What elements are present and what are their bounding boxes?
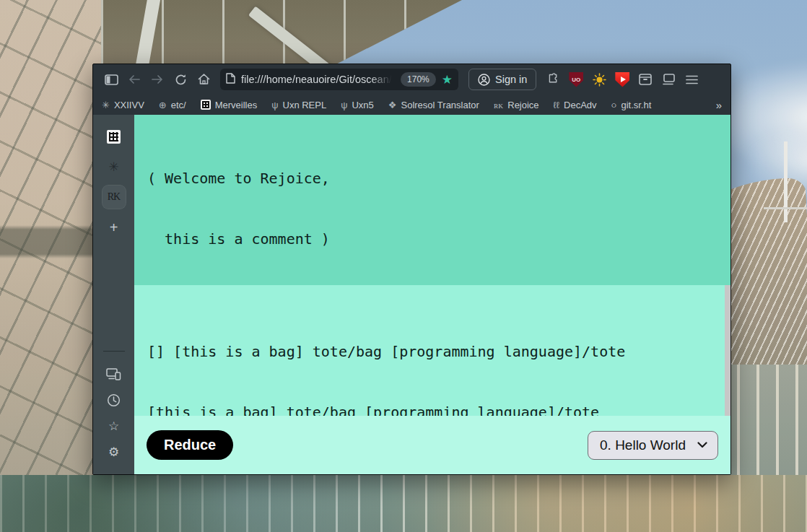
- bookmarks-bar: ✳ XXIIVV ⊕ etc/ Merveilles ψ Uxn REPL ψ …: [93, 95, 730, 115]
- extensions-puzzle-icon[interactable]: [542, 69, 564, 90]
- browser-toolbar: file:///home/neauoire/Git/oscean/ 170% ★…: [93, 64, 730, 95]
- url-text[interactable]: file:///home/neauoire/Git/oscean/: [241, 74, 395, 85]
- plus-icon: +: [110, 219, 118, 236]
- reduction-output: [] [this is a bag] tote/bag [programming…: [134, 285, 730, 416]
- account-icon: [478, 74, 490, 86]
- chevron-down-icon: [697, 442, 707, 448]
- bookmarks-overflow-chevron[interactable]: »: [716, 99, 722, 111]
- script-icon: ℓℓ: [554, 100, 559, 110]
- globe-icon: ⊕: [159, 100, 167, 110]
- bookmark-rejoice[interactable]: ʀᴋ Rejoice: [494, 100, 539, 110]
- rejoice-app: ( Welcome to Rejoice, this is a comment …: [134, 115, 730, 474]
- uxn-icon: ψ: [341, 100, 347, 110]
- new-tab-button[interactable]: +: [102, 215, 126, 240]
- snowflake-icon: ✳: [102, 100, 110, 110]
- uxn-icon: ψ: [271, 100, 278, 110]
- grid-tile-icon: [201, 100, 211, 110]
- tab-xxiivv[interactable]: ✳: [102, 154, 126, 179]
- forward-icon[interactable]: [147, 69, 168, 90]
- reduce-button[interactable]: Reduce: [147, 430, 233, 460]
- bookmark-merveilles[interactable]: Merveilles: [201, 100, 258, 110]
- output-scrollbar[interactable]: [725, 285, 730, 416]
- action-bar: Reduce 0. Hello World: [134, 416, 730, 474]
- page-icon: [226, 73, 235, 87]
- example-select[interactable]: 0. Hello World: [588, 431, 718, 460]
- grid-tile-icon: [107, 130, 121, 144]
- bookmark-git-sr-ht[interactable]: ○ git.sr.ht: [611, 100, 652, 110]
- sidebar-divider: [103, 351, 125, 352]
- output-line: [this is a bag] tote/bag [programming la…: [147, 402, 730, 416]
- synced-tabs-icon[interactable]: [103, 363, 125, 385]
- tab-rejoice[interactable]: RK: [102, 185, 126, 209]
- rk-icon: RK: [108, 191, 120, 203]
- vertical-tabs-sidebar: ✳ RK + ☆ ⚙: [93, 115, 134, 474]
- bookmark-etc[interactable]: ⊕ etc/: [159, 100, 186, 110]
- sign-in-button[interactable]: Sign in: [468, 69, 536, 90]
- editor-line: this is a comment ): [147, 229, 730, 249]
- ublock-icon[interactable]: UO: [565, 69, 587, 90]
- output-line: [] [this is a bag] tote/bag [programming…: [147, 341, 730, 362]
- bookmark-xxiivv[interactable]: ✳ XXIIVV: [102, 100, 144, 110]
- archive-box-icon[interactable]: [634, 69, 656, 90]
- home-icon[interactable]: [193, 69, 214, 90]
- browser-window: file:///home/neauoire/Git/oscean/ 170% ★…: [92, 64, 731, 475]
- back-icon[interactable]: [123, 69, 145, 90]
- settings-gear-icon[interactable]: ⚙: [103, 441, 125, 463]
- snowflake-icon: ✳: [108, 161, 118, 173]
- bookmark-uxn5[interactable]: ψ Uxn5: [341, 100, 374, 110]
- screens-icon[interactable]: [658, 69, 679, 90]
- bookmarks-star-icon[interactable]: ☆: [103, 415, 125, 437]
- bookmark-uxn-repl[interactable]: ψ Uxn REPL: [271, 100, 326, 110]
- sign-in-label: Sign in: [495, 74, 527, 85]
- sun-theme-icon[interactable]: [588, 69, 610, 90]
- video-shield-icon[interactable]: [611, 69, 633, 90]
- moth-icon: ❖: [388, 100, 397, 110]
- rk-icon: ʀᴋ: [494, 100, 503, 110]
- menu-hamburger-icon[interactable]: [681, 69, 702, 90]
- editor-line: ( Welcome to Rejoice,: [147, 168, 730, 188]
- desktop: file:///home/neauoire/Git/oscean/ 170% ★…: [0, 0, 807, 532]
- history-clock-icon[interactable]: [103, 389, 125, 411]
- bookmark-solresol[interactable]: ❖ Solresol Translator: [388, 100, 479, 110]
- tab-merveilles[interactable]: [102, 124, 126, 149]
- reload-icon[interactable]: [170, 69, 191, 90]
- zoom-level-badge[interactable]: 170%: [401, 72, 436, 87]
- bookmark-star-icon[interactable]: ★: [442, 74, 453, 86]
- code-editor[interactable]: ( Welcome to Rejoice, this is a comment …: [134, 115, 730, 285]
- bookmark-decadv[interactable]: ℓℓ DecAdv: [554, 100, 597, 110]
- sidebar-toggle-icon[interactable]: [100, 69, 122, 90]
- url-bar[interactable]: file:///home/neauoire/Git/oscean/ 170% ★: [220, 69, 458, 90]
- example-select-value: 0. Hello World: [600, 437, 686, 453]
- circle-icon: ○: [611, 100, 617, 110]
